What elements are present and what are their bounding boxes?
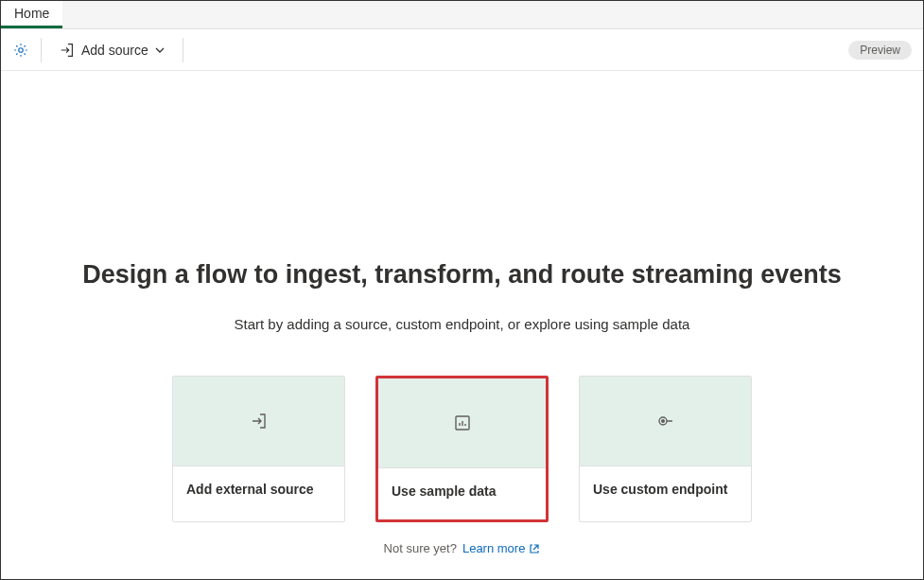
- card-title: Add external source: [186, 482, 331, 497]
- tabs-bar: Home: [1, 1, 923, 29]
- bar-chart-icon: [453, 413, 472, 432]
- learn-more-link[interactable]: Learn more: [462, 541, 540, 555]
- card-use-custom-endpoint[interactable]: Use custom endpoint: [579, 376, 752, 522]
- main-content: Design a flow to ingest, transform, and …: [1, 71, 923, 555]
- card-add-external-source[interactable]: Add external source: [172, 376, 345, 522]
- preview-badge: Preview: [848, 41, 912, 60]
- card-use-sample-data[interactable]: Use sample data: [375, 376, 549, 522]
- chevron-down-icon: [154, 44, 166, 56]
- tab-home[interactable]: Home: [1, 1, 62, 28]
- endpoint-icon: [656, 412, 675, 431]
- toolbar-divider: [41, 38, 42, 62]
- page-subtitle: Start by adding a source, custom endpoin…: [235, 316, 690, 332]
- add-source-label: Add source: [81, 43, 148, 58]
- external-link-icon: [529, 543, 540, 554]
- add-source-button[interactable]: Add source: [53, 38, 171, 62]
- settings-button[interactable]: [12, 42, 29, 59]
- card-title: Use sample data: [392, 483, 532, 499]
- card-icon-area: [580, 377, 751, 466]
- learn-more-label: Learn more: [462, 541, 525, 555]
- cards-row: Add external source Use sample data: [172, 376, 752, 522]
- enter-icon: [59, 42, 76, 59]
- page-heading: Design a flow to ingest, transform, and …: [82, 260, 842, 290]
- card-label-area: Add external source: [173, 466, 344, 518]
- enter-icon: [250, 412, 269, 431]
- footer-prompt: Not sure yet?: [384, 541, 457, 555]
- toolbar-divider: [183, 38, 183, 62]
- footer-row: Not sure yet? Learn more: [384, 541, 541, 555]
- svg-point-3: [661, 420, 664, 423]
- card-title: Use custom endpoint: [593, 482, 738, 497]
- toolbar: Add source Preview: [1, 29, 923, 71]
- card-icon-area: [173, 377, 344, 466]
- svg-point-0: [19, 47, 24, 52]
- card-label-area: Use custom endpoint: [580, 466, 751, 518]
- gear-icon: [12, 42, 29, 59]
- card-icon-area: [378, 378, 546, 467]
- card-label-area: Use sample data: [378, 467, 546, 519]
